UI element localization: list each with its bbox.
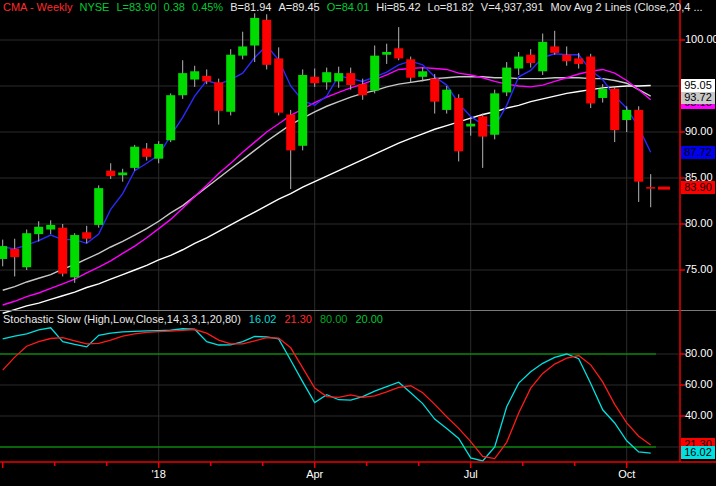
header-field: Mov Avg 2 Lines (Close,20,4 ... [551,1,703,13]
candle-body [250,18,259,46]
candle-body [322,72,331,82]
price-badge: 16.02 [681,446,715,459]
stochastic-value: 80.00 [320,313,348,325]
candle-body [286,115,295,151]
chart-canvas[interactable] [0,0,716,486]
stochastic-value: 16.02 [249,313,277,325]
candle-body [214,82,223,111]
candle-body [346,73,355,85]
axis-tick-label: 90.00 [685,125,713,137]
candle-body [370,56,379,91]
price-badge: 83.90 [681,181,715,194]
trading-chart-window: CMA - WeeklyNYSEL=83.900.380.45%B=81.94A… [0,0,716,486]
candle-body [118,172,127,175]
header-field: 0.45% [192,1,223,13]
axis-tick-label: 100.00 [685,33,716,45]
stochastic-label: Stochastic Slow (High,Low,Close,14,3,3,1… [3,313,241,325]
candle-body [550,46,559,52]
header-field: NYSE [79,1,109,13]
candle-body [274,58,283,112]
candle-body [82,232,91,238]
header-field: Hi=85.42 [376,1,420,13]
axis-tick-label: 60.00 [685,378,713,390]
candle-body [0,246,7,259]
candle-body [106,171,115,177]
candle-body [142,149,151,157]
candle-body [454,98,463,151]
chart-background [0,0,716,486]
candle-body [94,188,103,225]
candle-body [538,42,547,71]
candle-body [358,84,367,95]
candle-body [46,225,55,230]
axis-tick-label: 80.00 [685,347,713,359]
price-badge: 95.05 [681,79,715,92]
candle-body [598,89,607,98]
header-field: CMA - Weekly [3,1,72,13]
candle-body [622,110,631,120]
candle-body [166,95,175,140]
candle-body [418,71,427,77]
symbol-header: CMA - WeeklyNYSEL=83.900.380.45%B=81.94A… [3,1,710,13]
candle-body [646,187,655,189]
candle-body [58,228,67,274]
candle-body [394,48,403,58]
candle-body [634,110,643,182]
header-field: L=83.90 [116,1,156,13]
candle-body [190,71,199,79]
candle-body [490,93,499,134]
candle-body [178,73,187,95]
candle-body [10,249,19,257]
stochastic-value: 20.00 [355,313,383,325]
axis-tick-label: 80.00 [685,217,713,229]
last-price-marker [658,187,670,190]
axis-tick-label: 40.00 [685,409,713,421]
axis-tick-label: 75.00 [685,263,713,275]
candle-body [502,68,511,93]
date-label: '18 [152,468,166,480]
price-badge: 87.72 [681,146,715,159]
header-field: O=84.01 [327,1,370,13]
candle-body [226,55,235,112]
candle-body [310,77,319,83]
stochastic-value: 21.30 [284,313,312,325]
header-field: 0.38 [164,1,185,13]
candle-body [22,233,31,267]
candle-body [574,58,583,64]
date-label: Oct [618,468,635,480]
candle-body [34,227,43,234]
candle-body [442,90,451,110]
candle-body [130,147,139,168]
candle-body [298,75,307,146]
candle-body [514,57,523,69]
date-label: Jul [464,468,478,480]
header-field: Lo=81.82 [428,1,474,13]
header-field: V=4,937,391 [481,1,544,13]
candle-body [478,116,487,136]
candle-body [610,89,619,130]
candle-body [586,57,595,104]
candle-body [70,235,79,277]
candle-body [526,55,535,63]
candle-body [562,55,571,61]
candle-body [334,73,343,81]
candle-body [406,59,415,77]
candle-body [430,79,439,102]
candle-body [262,20,271,65]
candle-body [202,76,211,82]
stochastic-header: Stochastic Slow (High,Low,Close,14,3,3,1… [3,313,399,325]
date-label: Apr [306,468,323,480]
header-field: B=81.94 [230,1,271,13]
candle-body [382,52,391,55]
candle-body [466,124,475,127]
candle-body [154,144,163,159]
price-badge: 93.72 [681,91,715,104]
candle-body [238,46,247,55]
header-field: A=89.45 [278,1,319,13]
